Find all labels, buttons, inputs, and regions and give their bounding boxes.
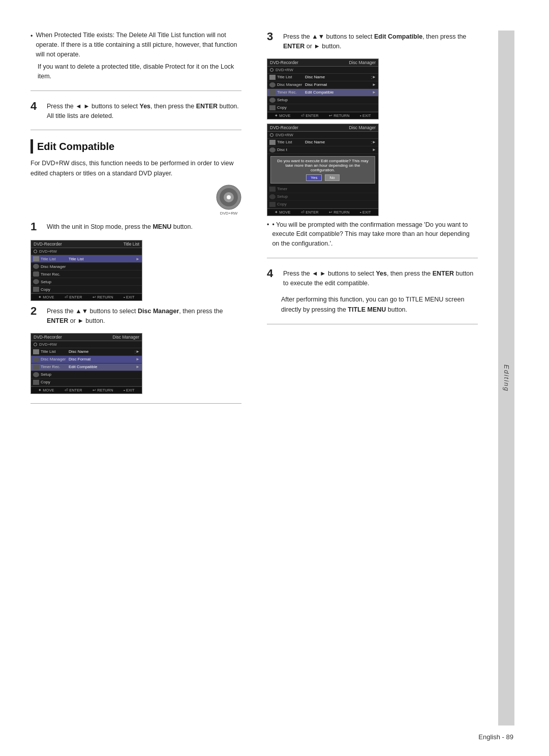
screen2-header: DVD-Recorder Disc Manager bbox=[31, 334, 142, 341]
screen1-icon-timer bbox=[33, 271, 39, 277]
screen4-row-setup: Setup bbox=[267, 193, 378, 201]
screen3-footer-return: ↩RETURN bbox=[329, 113, 349, 118]
screen1-value-title: Title List bbox=[69, 257, 136, 261]
screen2-row-copy: Copy bbox=[31, 379, 142, 386]
screen3-footer-exit: ▪EXIT bbox=[360, 113, 371, 118]
screen2-footer: ✦MOVE ⏎ENTER ↩RETURN ▪EXIT bbox=[31, 386, 142, 394]
screen1-header-left: DVD-Recorder bbox=[34, 241, 62, 247]
divider-bottom-left bbox=[30, 403, 241, 404]
step3-right-block: 3 Press the ▲▼ buttons to select Edit Co… bbox=[267, 31, 478, 51]
tab-label: Editing bbox=[503, 365, 510, 392]
bullet-text-1: When Protected Title exists: The Delete … bbox=[36, 31, 241, 59]
screen1-label-setup: Setup bbox=[41, 280, 69, 284]
screen3-subheader: DVD+RW bbox=[267, 67, 378, 74]
right-col: 3 Press the ▲▼ buttons to select Edit Co… bbox=[262, 31, 478, 413]
section-desc: For DVD+RW discs, this function needs to… bbox=[30, 159, 241, 178]
disc-label: DVD+RW bbox=[220, 211, 238, 216]
step4-enter: ENTER bbox=[196, 103, 218, 110]
step1-block: 1 With the unit in Stop mode, press the … bbox=[30, 221, 241, 233]
screen4-footer-exit: ▪EXIT bbox=[360, 210, 371, 215]
title-menu-bold: TITLE MENU bbox=[348, 306, 386, 313]
step4-top-text: Press the ◄ ► buttons to select Yes, the… bbox=[47, 100, 241, 121]
screen4-footer-move: ✦MOVE bbox=[274, 210, 290, 215]
screen4-dialog-box: Do you want to execute Edit compatible? … bbox=[270, 156, 375, 184]
screen2-value-discname: Disc Name bbox=[69, 349, 133, 354]
screen4-icon-setup bbox=[269, 194, 276, 199]
screen3-label-title: Title List bbox=[277, 75, 305, 79]
screen1-row-setup: Setup bbox=[31, 278, 142, 286]
screen3-footer-enter: ⏎ENTER bbox=[301, 113, 318, 118]
screen3-arrow-editcompat: ► bbox=[372, 90, 376, 95]
after-step4-text: After performing this function, you can … bbox=[281, 295, 478, 315]
screen2-wrapper: DVD-Recorder Disc Manager DVD+RW Title L… bbox=[30, 333, 241, 394]
step2-disc: Disc Manager bbox=[138, 308, 179, 315]
screen1-row-disc: Disc Manager bbox=[31, 263, 142, 270]
page-wrapper: • When Protected Title exists: The Delet… bbox=[0, 0, 549, 756]
screen4-icon-title bbox=[269, 140, 276, 145]
screen3-row-setup: Setup bbox=[267, 97, 378, 104]
screen2-footer-move: ✦MOVE bbox=[38, 388, 54, 392]
screen1-icon-copy bbox=[33, 287, 39, 292]
page-number: 89 bbox=[506, 733, 513, 741]
screen1-label-title: Title List bbox=[41, 257, 69, 261]
screen2-value-editcompat: Edit Compatible bbox=[69, 365, 136, 369]
screen2-label-copy: Copy bbox=[41, 380, 69, 384]
editing-tab: Editing bbox=[498, 31, 514, 725]
screen4-footer: ✦MOVE ⏎ENTER ↩RETURN ▪EXIT bbox=[267, 208, 378, 216]
screen4-yes-button[interactable]: Yes bbox=[306, 174, 322, 181]
screen1-label-disc: Disc Manager bbox=[41, 264, 69, 269]
screen2-row-disc: Disc Manager Disc Format ► bbox=[31, 356, 142, 364]
screen1-header: DVD-Recorder Title List bbox=[31, 240, 142, 248]
screen1-header-right: Title List bbox=[124, 241, 139, 247]
screen1-subheader: DVD+RW bbox=[31, 248, 142, 255]
screen3-icon-disc bbox=[269, 82, 276, 87]
confirmation-text: • You will be prompted with the confirma… bbox=[272, 220, 478, 249]
screen3-header-right: Disc Manager bbox=[349, 60, 376, 65]
screen2-row-editcompat: Timer Rec. Edit Compatible ► bbox=[31, 364, 142, 371]
divider-mid-right bbox=[267, 258, 478, 258]
disc-icon-wrapper: DVD+RW bbox=[30, 185, 241, 216]
screen3-row-copy: Copy bbox=[267, 104, 378, 112]
screen1-footer-exit: ▪EXIT bbox=[124, 295, 134, 299]
screen3-format: DVD+RW bbox=[276, 68, 293, 72]
screen4-label-copy: Copy bbox=[277, 202, 305, 206]
screen2-footer-return: ↩RETURN bbox=[93, 388, 113, 392]
screen2-row-title: Title List Disc Name : ► bbox=[31, 348, 142, 356]
screen4-wrapper: DVD-Recorder Disc Manager DVD+RW Title L… bbox=[267, 124, 478, 216]
top-section: • When Protected Title exists: The Delet… bbox=[30, 31, 478, 413]
screen4-row-timer: Timer bbox=[267, 186, 378, 193]
screen1-icon-setup bbox=[33, 279, 39, 284]
screen3-row-disc: Disc Manager Disc Format ► bbox=[267, 81, 378, 89]
screen1-icon-disc bbox=[33, 264, 39, 269]
screen4-row-copy: Copy bbox=[267, 201, 378, 208]
screen1-footer-return: ↩RETURN bbox=[93, 295, 113, 299]
step4-right-text: Press the ◄ ► buttons to select Yes, the… bbox=[283, 267, 478, 288]
screen1-row-timer: Timer Rec. bbox=[31, 270, 142, 278]
screen2-footer-enter: ⏎ENTER bbox=[65, 388, 82, 392]
step2-block: 2 Press the ▲▼ buttons to select Disc Ma… bbox=[30, 305, 241, 326]
screen3-wrapper: DVD-Recorder Disc Manager DVD+RW Title L… bbox=[267, 58, 478, 119]
main-content: • When Protected Title exists: The Delet… bbox=[0, 20, 498, 736]
screen2-arrow-editcompat: ► bbox=[136, 365, 140, 369]
screen3-arrow-disc: ► bbox=[372, 82, 376, 87]
screen2-footer-exit: ▪EXIT bbox=[124, 388, 134, 392]
divider-after-step4 bbox=[30, 130, 241, 130]
screen4-dialog-text: Do you want to execute Edit compatible? … bbox=[273, 159, 373, 172]
screen4-icon-timer bbox=[269, 187, 276, 192]
screen3-label-timer: Timer Rec. bbox=[277, 90, 305, 95]
screen3-edit-compat: DVD-Recorder Disc Manager DVD+RW Title L… bbox=[267, 58, 379, 119]
indent-text-1: If you want to delete a protected title,… bbox=[38, 62, 241, 81]
step2-enter: ENTER bbox=[47, 317, 68, 324]
screen4-header: DVD-Recorder Disc Manager bbox=[267, 124, 378, 132]
screen2-subheader: DVD+RW bbox=[31, 341, 142, 348]
step4-right-enter: ENTER bbox=[433, 270, 454, 277]
screen4-header-left: DVD-Recorder bbox=[270, 125, 298, 130]
screen3-label-disc: Disc Manager bbox=[277, 82, 305, 87]
step2-text: Press the ▲▼ buttons to select Disc Mana… bbox=[47, 305, 241, 326]
screen4-arrow-title: ► bbox=[372, 140, 376, 144]
screen4-circle bbox=[270, 133, 273, 137]
language-label: English bbox=[478, 733, 500, 741]
confirmation-bullet: • bbox=[267, 220, 269, 249]
screen4-no-button[interactable]: No bbox=[325, 174, 339, 181]
step3-editcompat: Edit Compatible bbox=[374, 33, 422, 40]
